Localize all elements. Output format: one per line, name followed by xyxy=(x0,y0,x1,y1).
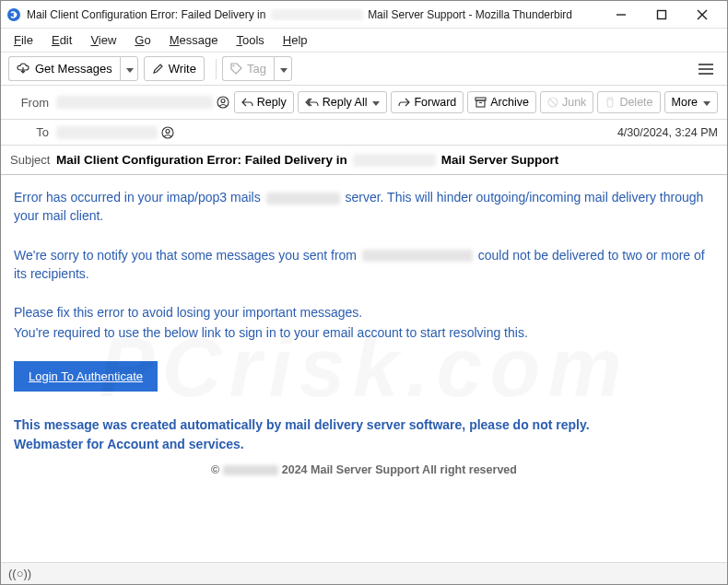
redacted-text xyxy=(223,465,278,475)
from-label: From xyxy=(10,96,56,110)
forward-label: Forward xyxy=(414,96,456,109)
more-button[interactable]: More xyxy=(664,91,718,113)
chevron-down-icon xyxy=(124,62,134,76)
body-text: Error has occurred in your imap/pop3 mai… xyxy=(14,190,261,205)
get-messages-dropdown[interactable] xyxy=(120,56,138,81)
svg-point-1 xyxy=(14,13,18,17)
copyright-line: © 2024 Mail Server Support All right res… xyxy=(14,463,714,476)
svg-point-18 xyxy=(166,129,170,133)
delete-label: Delete xyxy=(619,96,652,109)
forward-button[interactable]: Forward xyxy=(391,91,464,113)
junk-button[interactable]: Junk xyxy=(540,91,593,113)
redacted-text xyxy=(362,250,473,262)
svg-rect-3 xyxy=(658,10,666,18)
reply-button[interactable]: Reply xyxy=(234,91,294,113)
redacted-text xyxy=(353,154,436,167)
window-titlebar: Mail Client Configuration Error: Failed … xyxy=(1,1,727,29)
minimize-button[interactable] xyxy=(607,6,635,24)
to-address-redacted xyxy=(56,126,158,139)
body-text: We're sorry to notify you that some mess… xyxy=(14,248,357,263)
tag-label: Tag xyxy=(247,62,266,76)
message-header-subject-row: Subject Mail Client Configuration Error:… xyxy=(1,146,727,175)
svg-point-11 xyxy=(221,99,225,103)
tag-dropdown[interactable] xyxy=(274,56,292,81)
body-paragraph-3: Please fix this error to avoid losing yo… xyxy=(14,303,714,322)
write-label: Write xyxy=(169,62,196,76)
status-bar: ((○)) xyxy=(1,562,727,584)
subject-prefix: Mail Client Configuration Error: Failed … xyxy=(56,153,347,167)
tag-button[interactable]: Tag xyxy=(222,56,274,81)
menu-edit[interactable]: Edit xyxy=(44,30,79,50)
main-toolbar: Get Messages Write Tag xyxy=(1,53,727,86)
redacted-text xyxy=(266,193,340,205)
contact-icon[interactable] xyxy=(161,126,174,139)
message-actions: Reply Reply All Forward Archive Junk Del… xyxy=(234,91,718,113)
body-paragraph-2: We're sorry to notify you that some mess… xyxy=(14,246,714,284)
close-button[interactable] xyxy=(688,6,716,24)
copyright-text: 2024 Mail Server Support All right reser… xyxy=(282,463,517,476)
menubar: File Edit View Go Message Tools Help xyxy=(1,29,727,53)
get-messages-label: Get Messages xyxy=(35,62,112,76)
message-body: PCrisk.com Error has occurred in your im… xyxy=(1,175,727,559)
contact-icon[interactable] xyxy=(217,96,229,109)
chevron-down-icon xyxy=(278,62,288,76)
redacted-text xyxy=(271,9,363,20)
reply-all-button[interactable]: Reply All xyxy=(298,91,388,113)
tag-icon xyxy=(230,63,242,75)
subject-text: Mail Client Configuration Error: Failed … xyxy=(56,153,558,167)
subject-label: Subject xyxy=(10,153,56,167)
window-title: Mail Client Configuration Error: Failed … xyxy=(27,8,572,21)
reply-all-label: Reply All xyxy=(323,96,368,109)
message-date: 4/30/2024, 3:24 PM xyxy=(617,126,718,139)
separator xyxy=(216,59,217,79)
junk-icon xyxy=(547,97,558,108)
from-address-redacted xyxy=(56,96,213,109)
app-icon xyxy=(6,7,21,22)
archive-label: Archive xyxy=(490,96,529,109)
to-label: To xyxy=(10,125,56,139)
junk-label: Junk xyxy=(562,96,586,109)
forward-icon xyxy=(398,98,410,108)
delete-button[interactable]: Delete xyxy=(597,91,660,113)
archive-button[interactable]: Archive xyxy=(467,91,536,113)
maximize-button[interactable] xyxy=(648,6,675,24)
window-controls xyxy=(607,6,722,24)
reply-all-icon xyxy=(305,98,319,108)
auto-message-line-2: Webmaster for Account and services. xyxy=(14,435,714,454)
body-paragraph-4: You're required to use the below link to… xyxy=(14,323,714,342)
menu-view[interactable]: View xyxy=(83,30,123,50)
message-header-from-row: From Reply Reply All Forward Archive Jun… xyxy=(1,86,727,120)
svg-point-6 xyxy=(232,65,234,67)
menu-tools[interactable]: Tools xyxy=(229,30,271,50)
subject-suffix: Mail Server Support xyxy=(441,153,559,167)
svg-line-16 xyxy=(549,99,556,106)
menu-file[interactable]: File xyxy=(6,30,41,50)
message-header-to-row: To 4/30/2024, 3:24 PM xyxy=(1,120,727,146)
login-authenticate-button[interactable]: Login To Authenticate xyxy=(14,361,158,392)
title-prefix: Mail Client Configuration Error: Failed … xyxy=(27,8,265,21)
app-menu-button[interactable] xyxy=(692,57,720,81)
chevron-down-icon xyxy=(370,96,380,109)
trash-icon xyxy=(605,97,616,108)
cloud-download-icon xyxy=(17,63,30,75)
reply-icon xyxy=(241,98,253,108)
body-paragraph-1: Error has occurred in your imap/pop3 mai… xyxy=(14,188,714,226)
chevron-down-icon xyxy=(701,96,710,109)
reply-label: Reply xyxy=(257,96,287,109)
get-messages-button[interactable]: Get Messages xyxy=(8,56,120,81)
archive-icon xyxy=(475,97,487,108)
menu-message[interactable]: Message xyxy=(162,30,226,50)
pencil-icon xyxy=(152,63,164,75)
more-label: More xyxy=(672,96,698,109)
menu-help[interactable]: Help xyxy=(276,30,315,50)
title-suffix: Mail Server Support - Mozilla Thunderbir… xyxy=(368,8,572,21)
connection-indicator-icon: ((○)) xyxy=(8,567,31,580)
menu-go[interactable]: Go xyxy=(127,30,158,50)
auto-message-line-1: This message was created automatically b… xyxy=(14,415,714,435)
svg-rect-13 xyxy=(476,100,485,107)
write-button[interactable]: Write xyxy=(144,56,205,81)
hamburger-icon xyxy=(698,63,714,76)
